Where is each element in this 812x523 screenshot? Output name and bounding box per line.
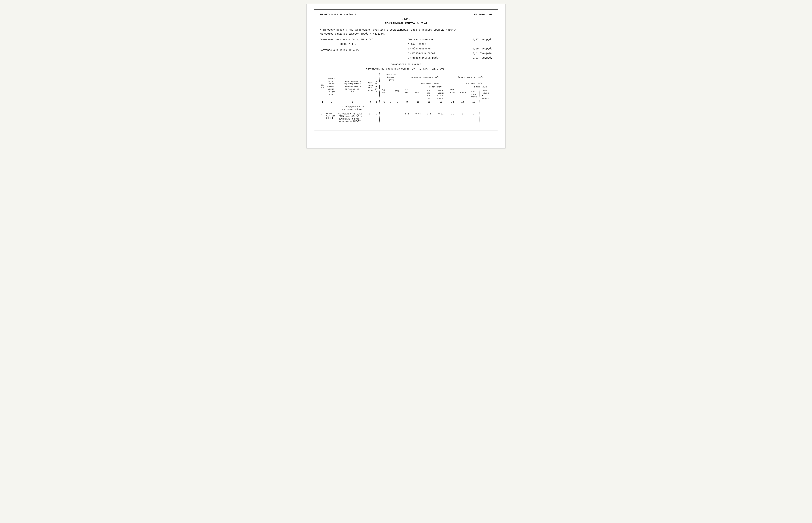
- left-info: Основание: чертежи № Ал.З, ЭН л.I÷7 ЭНСО…: [320, 37, 404, 60]
- section-header-cell: I. Оборудование имонтажные работы: [320, 104, 492, 112]
- osnование-line2: ЭНСО, л.I÷2: [320, 42, 404, 47]
- item-montazh-eksp: 0,0I: [434, 112, 448, 123]
- col-n13: I3: [448, 100, 457, 104]
- hdr-shifr: Шифр и№ по-зициипрейск.ценни-ка цени др.: [325, 73, 338, 100]
- outer-border: ТП 907-2-262.86 альбом 5 КФ 9516 - 03 -1…: [314, 9, 498, 131]
- item-oborud2: II: [448, 112, 457, 123]
- stoimost-row: Стоимость на расчетную едини- цу – I п.м…: [320, 67, 492, 71]
- hdr-m-vtomchisle: в том числе: [424, 85, 448, 89]
- description-block: К типовому проекту "Металлические трубы …: [320, 28, 492, 36]
- hdr-osn: осн.зар-пла-та: [424, 89, 434, 100]
- smetnaya-row: Сметная стоимость 0,97 тыс.руб.: [408, 37, 492, 42]
- item-ves-ed: [380, 112, 389, 123]
- item-nn: I.: [320, 112, 325, 123]
- page: ТП 907-2-262.86 альбом 5 КФ 9516 - 03 -1…: [306, 4, 506, 148]
- item-montazh-vsego: 0,44: [412, 112, 424, 123]
- col-n12: I2: [434, 100, 448, 104]
- hdr-oborud2: Обо-руд.: [448, 82, 457, 100]
- table-header-row1: №№пп Шифр и№ по-зициипрейск.ценни-ка цен…: [320, 73, 492, 82]
- item-ves-izm: [389, 112, 393, 123]
- hdr-stoimost-ed: Стоимость единицы в руб.: [402, 73, 448, 82]
- main-title: ЛОКАЛЬНАЯ СМЕТА № I-4: [320, 22, 492, 25]
- page-number: -100-: [320, 18, 492, 21]
- hdr-oborud: Обо-руд.: [402, 82, 412, 100]
- hdr-ves-izm: [389, 82, 393, 100]
- indicators-label: Показатели по смете:: [320, 62, 492, 67]
- hdr-montazh2: монтажных работ: [457, 82, 492, 85]
- col-n10: I0: [412, 100, 424, 104]
- main-table: №№пп Шифр и№ по-зициипрейск.ценни-ка цен…: [320, 73, 492, 123]
- hdr-unit: Еди-ницаизме-рения: [367, 73, 374, 100]
- indicators-block: Показатели по смете: Стоимость на расчет…: [320, 62, 492, 71]
- col-n8b: 8: [393, 100, 402, 104]
- item-ves-obsh: [393, 112, 402, 123]
- v-value: 0,0I тыс.руб.: [473, 56, 492, 60]
- right-info: Сметная стоимость 0,97 тыс.руб. в том чи…: [404, 37, 492, 60]
- col-n15: I5: [468, 100, 479, 104]
- smetnaya-value: 0,97 тыс.руб.: [473, 37, 492, 42]
- desc-line2: На светоограждение дымовой трубы Н=44,22…: [320, 32, 492, 36]
- b-row: б) монтажных работ 0,77 тыс.руб.: [408, 51, 492, 56]
- hdr-name: Наименование ихарактеристикаоборудования…: [338, 73, 367, 100]
- v-label: в) строительных работ: [408, 56, 440, 60]
- hdr-qty: Ко-ли-че-ст-во: [374, 73, 380, 100]
- hdr-eksp2: эксп.машинв т.ч.зарпл.: [479, 89, 492, 100]
- section-header-row: I. Оборудование имонтажные работы: [320, 104, 492, 112]
- col-n11: II: [424, 100, 434, 104]
- hdr-ves-ed: ед.изм.: [380, 82, 389, 100]
- col-n3: 3: [338, 100, 367, 104]
- smetnaya-label: Сметная стоимость: [408, 37, 434, 42]
- item-montazh-osn: 0,4: [424, 112, 434, 123]
- hdr-m-vsego: всего: [412, 85, 424, 100]
- stoimost-label: Стоимость на расчетную едини- цу – I п.м…: [366, 67, 429, 71]
- item-name: Фотореле с катушкой220В типа ФР-2УЗ вком…: [338, 112, 367, 123]
- item-obsh-osn: I: [468, 112, 479, 123]
- tp-label: ТП 907-2-262.86 альбом 5: [320, 13, 356, 16]
- v-row: в) строительных работ 0,0I тыс.руб.: [408, 56, 492, 60]
- header-top: ТП 907-2-262.86 альбом 5 КФ 9516 - 03: [320, 13, 492, 16]
- hdr-nn: №№пп: [320, 73, 325, 100]
- hdr-stoimost-obsh: Общая стоимость в руб.: [448, 73, 492, 82]
- item-obsh-eksp: [479, 112, 492, 123]
- item-obsh-vsego: I: [457, 112, 468, 123]
- item-unit: шт: [367, 112, 374, 123]
- a-label: а) оборудования: [408, 47, 431, 51]
- item-code: I5-04п.I5-3I88-83-I: [325, 112, 338, 123]
- hdr-ves-obsh: общ.: [393, 82, 402, 100]
- title-block: -100- ЛОКАЛЬНАЯ СМЕТА № I-4: [320, 18, 492, 25]
- a-value: 0,I9 тыс.руб.: [473, 47, 492, 51]
- hdr-eksp: эксп.машинв т.ч.зарпл.: [434, 89, 448, 100]
- two-column-info: Основание: чертежи № Ал.З, ЭН л.I÷7 ЭНСО…: [320, 37, 492, 60]
- hdr-osn2: осн.зар-плата: [468, 89, 479, 100]
- col-n1: I: [320, 100, 325, 104]
- col-n6: 6: [380, 100, 389, 104]
- stoimost-value: 2I,9 руб.: [432, 67, 446, 71]
- item-qty: 2: [374, 112, 380, 123]
- hdr-m2-vsego: всего: [457, 85, 468, 100]
- sostavlena: Составлена в ценах I984 г.: [320, 48, 404, 53]
- hdr-ves: Вес в тнбруттонетто: [380, 73, 402, 82]
- kf-code: КФ 9516 - 03: [474, 13, 492, 16]
- v-tom-chisle: в том числе:: [408, 42, 492, 47]
- desc-line1: К типовому проекту "Металлические трубы …: [320, 28, 492, 32]
- table-row: I. I5-04п.I5-3I88-83-I Фотореле с катушк…: [320, 112, 492, 123]
- col-n9: 9: [402, 100, 412, 104]
- item-oborud: 5,6: [402, 112, 412, 123]
- col-n7: 7: [389, 100, 393, 104]
- hdr-montazh: монтажных работ: [412, 82, 448, 85]
- b-value: 0,77 тыс.руб.: [473, 51, 492, 56]
- hdr-m2-vtomchisle: в том числе: [468, 85, 492, 89]
- b-label: б) монтажных работ: [408, 51, 435, 56]
- col-n2: 2: [325, 100, 338, 104]
- col-n14: I4: [457, 100, 468, 104]
- col-n4: 4: [367, 100, 374, 104]
- osnование-label: Основание: чертежи № Ал.З, ЭН л.I÷7: [320, 37, 404, 42]
- table-number-row: I 2 3 4 5 6 7 8 9 I0 II I2 I3 I4 I5: [320, 100, 492, 104]
- col-n5: 5: [374, 100, 380, 104]
- a-row: а) оборудования 0,I9 тыс.руб.: [408, 47, 492, 51]
